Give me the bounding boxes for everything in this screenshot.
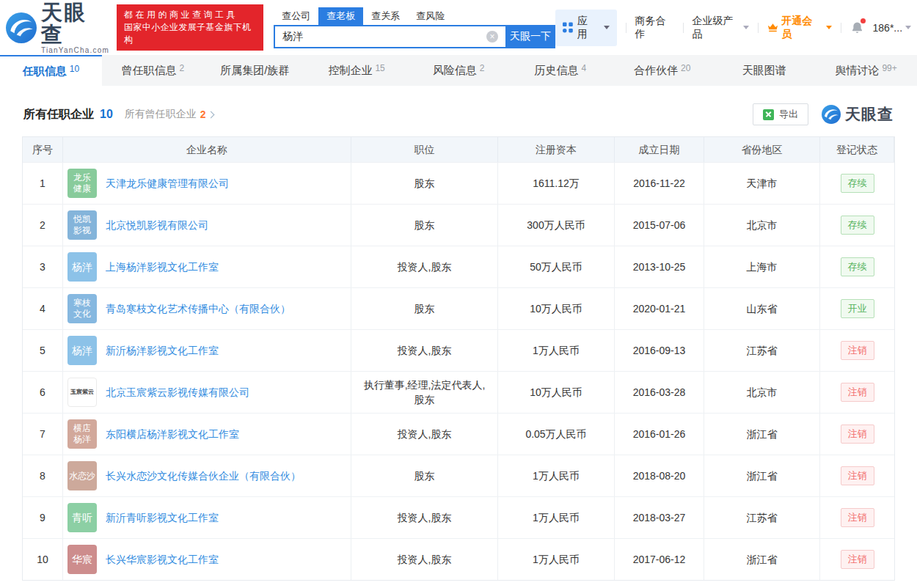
- notification-dot: [861, 18, 866, 23]
- cell-date: 2016-09-13: [615, 330, 704, 371]
- tab-controlled-companies[interactable]: 控制企业15: [306, 55, 408, 86]
- company-link[interactable]: 长兴华宸影视文化工作室: [106, 552, 219, 567]
- tab-risk-info-count: 2: [480, 63, 485, 73]
- search-block: 查公司查老板查关系查风险 天眼一下: [274, 7, 555, 48]
- cell-date: 2016-01-26: [615, 414, 704, 455]
- cell-company: 寒枝文化青岛寒枝文化艺术传播中心（有限合伙）: [63, 288, 351, 329]
- cell-status: 注销: [820, 414, 894, 455]
- tab-past-positions-count: 2: [179, 63, 184, 73]
- apps-menu[interactable]: 应用: [555, 10, 617, 46]
- clear-icon[interactable]: [486, 31, 498, 43]
- tianyancha-logo-icon: [6, 12, 37, 43]
- company-link[interactable]: 天津龙乐健康管理有限公司: [106, 176, 229, 191]
- column-header: 职位: [351, 137, 498, 162]
- company-link[interactable]: 北京玉宸紫云影视传媒有限公司: [106, 385, 249, 400]
- company-logo-text: 水恋沙: [69, 471, 95, 482]
- company-logo-text: 寒枝: [73, 298, 91, 309]
- notification-bell[interactable]: [850, 21, 864, 34]
- tab-risk-info[interactable]: 风险信息2: [408, 55, 510, 86]
- company-link[interactable]: 长兴水恋沙文化传媒合伙企业（有限合伙）: [106, 468, 301, 483]
- status-badge: 注销: [841, 508, 874, 527]
- company-logo-text: 影视: [73, 225, 91, 236]
- company-logo: 玉宸紫云: [67, 378, 97, 407]
- tab-positions-label: 任职信息: [23, 65, 67, 78]
- promo-banner: 都在用的商业查询工具 国家中小企业发展子基金旗下机构: [117, 4, 263, 51]
- cell-date: 2018-03-27: [615, 497, 704, 538]
- cell-capital: 1万人民币: [498, 497, 615, 538]
- cell-region: 北京市: [704, 372, 820, 413]
- tab-past-positions[interactable]: 曾任职信息2: [102, 55, 204, 86]
- chevron-down-icon: [905, 26, 911, 29]
- company-link[interactable]: 青岛寒枝文化艺术传播中心（有限合伙）: [106, 301, 291, 316]
- section-title: 所有任职企业: [23, 107, 94, 122]
- company-logo-text: 文化: [73, 309, 91, 320]
- table-row: 8水恋沙长兴水恋沙文化传媒合伙企业（有限合伙）股东1万人民币2018-08-20…: [23, 455, 894, 496]
- cell-region: 浙江省: [704, 414, 820, 455]
- company-link[interactable]: 东阳横店杨洋影视文化工作室: [106, 427, 239, 441]
- account-menu[interactable]: 186*...: [873, 22, 911, 34]
- company-logo-text: 健康: [73, 183, 91, 194]
- company-link[interactable]: 新沂青听影视文化工作室: [106, 510, 219, 525]
- cell-index: 4: [23, 288, 63, 329]
- tianyancha-logo[interactable]: 天眼查 TianYanCha.com: [6, 1, 109, 54]
- status-badge: 注销: [841, 341, 874, 360]
- status-badge: 存续: [841, 216, 874, 235]
- company-logo: 华宸: [67, 545, 97, 574]
- search-tab-company[interactable]: 查公司: [274, 7, 318, 25]
- past-positions-link[interactable]: 所有曾任职企业 2: [125, 108, 213, 121]
- cell-company: 龙乐健康天津龙乐健康管理有限公司: [63, 163, 351, 204]
- cell-capital: 300万人民币: [498, 205, 615, 246]
- search-button[interactable]: 天眼一下: [505, 25, 555, 48]
- tab-history-info-label: 历史信息: [535, 64, 579, 78]
- cell-company: 青听新沂青听影视文化工作室: [63, 497, 351, 538]
- cell-company: 悦凯影视北京悦凯影视有限公司: [63, 205, 351, 246]
- cell-status: 存续: [820, 246, 894, 287]
- column-header: 成立日期: [615, 137, 704, 162]
- tab-partners[interactable]: 合作伙伴20: [611, 55, 713, 86]
- search-tab-risk[interactable]: 查风险: [408, 7, 453, 25]
- logo-subtitle: TianYanCha.com: [41, 46, 109, 54]
- company-logo-text: 玉宸紫云: [70, 389, 94, 396]
- section-header-right: 导出 天眼查: [753, 103, 894, 125]
- column-header: 注册资本: [498, 137, 615, 162]
- table-row: 1龙乐健康天津龙乐健康管理有限公司股东1611.12万2016-11-22天津市…: [23, 162, 894, 204]
- company-link[interactable]: 新沂杨洋影视文化工作室: [106, 343, 219, 358]
- enterprise-product-link[interactable]: 企业级产品: [693, 15, 750, 41]
- business-cooperation-link[interactable]: 商务合作: [635, 15, 673, 41]
- table-row: 4寒枝文化青岛寒枝文化艺术传播中心（有限合伙）股东10万人民币2020-01-2…: [23, 287, 894, 329]
- tab-history-info[interactable]: 历史信息4: [509, 55, 611, 86]
- logo-text: 天眼查 TianYanCha.com: [41, 1, 109, 54]
- cell-status: 注销: [820, 539, 894, 580]
- cell-position: 股东: [351, 455, 498, 496]
- cell-region: 江苏省: [704, 330, 820, 371]
- section-title-count: 10: [100, 108, 113, 121]
- company-link[interactable]: 上海杨洋影视文化工作室: [106, 260, 219, 274]
- cell-capital: 10万人民币: [498, 288, 615, 329]
- company-logo: 横店杨洋: [67, 419, 97, 449]
- cell-company: 横店杨洋东阳横店杨洋影视文化工作室: [63, 414, 351, 455]
- company-logo: 杨洋: [67, 336, 97, 365]
- tab-positions[interactable]: 任职信息10: [0, 55, 102, 86]
- tab-graph[interactable]: 天眼图谱: [713, 55, 815, 86]
- logo-title: 天眼查: [41, 1, 109, 45]
- company-link[interactable]: 北京悦凯影视有限公司: [106, 218, 208, 232]
- export-button[interactable]: 导出: [753, 103, 808, 125]
- divider: [841, 23, 841, 33]
- top-header: 天眼查 TianYanCha.com 都在用的商业查询工具 国家中小企业发展子基…: [0, 0, 917, 55]
- cell-status: 注销: [820, 497, 894, 538]
- search-input[interactable]: [274, 25, 505, 48]
- search-tab-boss[interactable]: 查老板: [318, 7, 363, 25]
- cell-capital: 0.05万人民币: [498, 414, 615, 455]
- tab-group[interactable]: 所属集团/族群: [204, 55, 306, 86]
- cell-region: 浙江省: [704, 539, 820, 580]
- tab-public-opinion[interactable]: 舆情讨论99+: [815, 55, 917, 86]
- cell-status: 注销: [820, 372, 894, 413]
- divider: [683, 23, 684, 33]
- vip-link[interactable]: 开通会员: [767, 15, 831, 41]
- status-badge: 注销: [841, 550, 874, 569]
- cell-company: 水恋沙长兴水恋沙文化传媒合伙企业（有限合伙）: [63, 455, 351, 496]
- cell-date: 2020-01-21: [615, 288, 704, 329]
- tab-past-positions-label: 曾任职信息: [121, 64, 176, 78]
- search-tab-relation[interactable]: 查关系: [363, 7, 408, 25]
- cell-company: 杨洋上海杨洋影视文化工作室: [63, 246, 351, 287]
